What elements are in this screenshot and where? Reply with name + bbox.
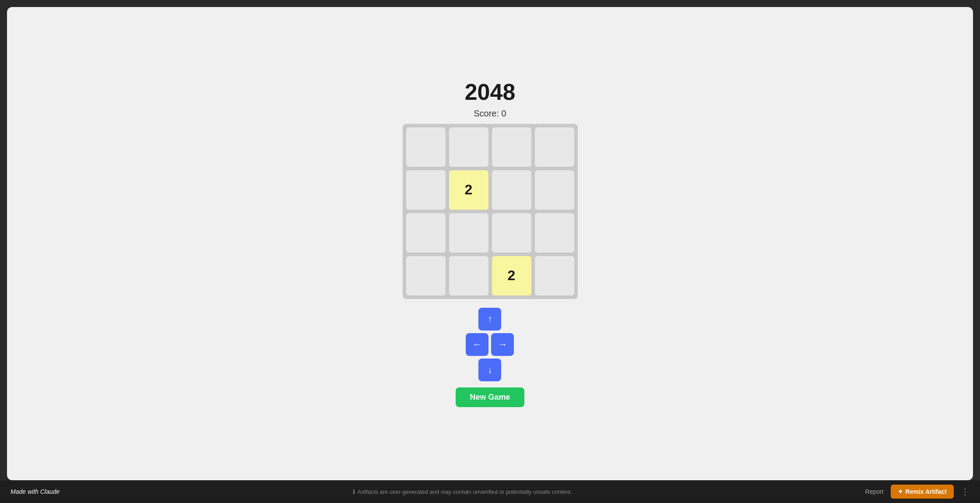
grid-cell-3-2: 2: [492, 256, 531, 295]
grid-cell-0-3: [535, 127, 574, 167]
game-title: 2048: [465, 81, 516, 103]
top-controls-row: ↑: [478, 308, 501, 331]
new-game-button[interactable]: New Game: [456, 387, 524, 407]
grid-cell-2-1: [449, 213, 488, 253]
middle-controls-row: ← →: [466, 333, 514, 356]
info-icon: ℹ: [353, 488, 355, 495]
remix-icon: ✦: [898, 488, 903, 495]
grid-cell-3-3: [535, 256, 574, 295]
controls-area: ↑ ← → ↓ New Game: [456, 308, 524, 407]
report-button[interactable]: Report: [865, 488, 884, 495]
up-button[interactable]: ↑: [478, 308, 501, 331]
grid-cell-1-1: 2: [449, 170, 488, 210]
grid-cell-0-0: [406, 127, 446, 167]
disclaimer-text: Artifacts are user-generated and may con…: [358, 489, 572, 495]
more-button[interactable]: ⋮: [961, 486, 969, 497]
bottom-controls-row: ↓: [478, 359, 501, 381]
footer-right: Report ✦ Remix Artifact ⋮: [865, 485, 969, 499]
right-button[interactable]: →: [491, 333, 514, 356]
remix-button[interactable]: ✦ Remix Artifact: [891, 485, 954, 499]
grid-cell-1-0: [406, 170, 446, 210]
grid-cell-1-2: [492, 170, 531, 210]
game-container: 2048 Score: 0 22 ↑ ← → ↓ New Game: [7, 7, 973, 480]
grid-cell-2-2: [492, 213, 531, 253]
grid-cell-3-1: [449, 256, 488, 295]
footer-disclaimer: ℹ Artifacts are user-generated and may c…: [353, 488, 572, 495]
game-grid: 22: [403, 124, 578, 299]
left-button[interactable]: ←: [466, 333, 488, 356]
score-display: Score: 0: [474, 109, 506, 119]
brand-prefix: Made with: [11, 488, 40, 495]
down-button[interactable]: ↓: [478, 359, 501, 381]
footer-brand: Made with Claude: [11, 488, 60, 495]
grid-cell-0-2: [492, 127, 531, 167]
grid-cell-2-0: [406, 213, 446, 253]
remix-label: Remix Artifact: [906, 488, 947, 495]
footer-bar: Made with Claude ℹ Artifacts are user-ge…: [0, 480, 980, 503]
brand-name: Claude: [40, 488, 60, 495]
grid-cell-1-3: [535, 170, 574, 210]
grid-cell-2-3: [535, 213, 574, 253]
grid-cell-0-1: [449, 127, 488, 167]
grid-cell-3-0: [406, 256, 446, 295]
